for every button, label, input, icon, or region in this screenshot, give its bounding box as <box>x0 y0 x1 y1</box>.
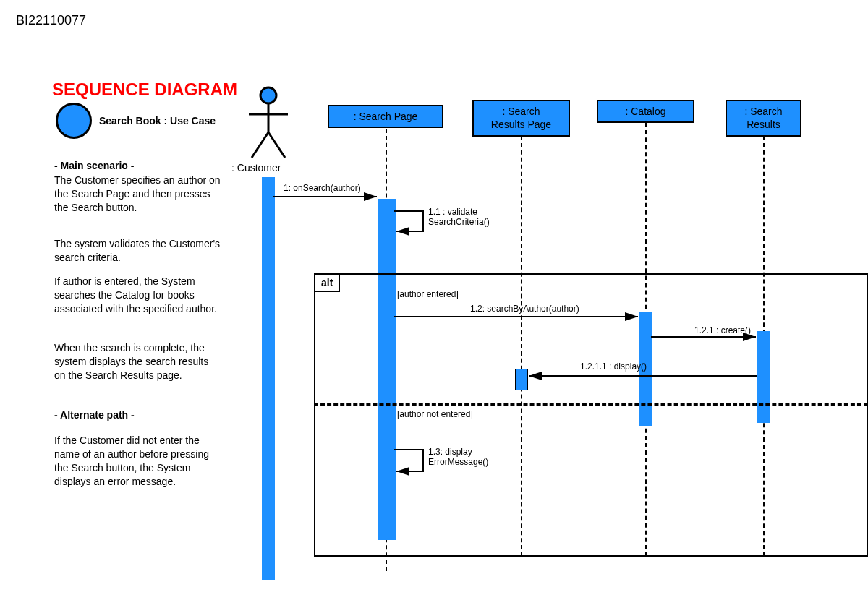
svg-line-4 <box>268 132 285 158</box>
svg-point-0 <box>260 87 276 103</box>
scenario-p1: The Customer specifies an author on the … <box>54 173 221 215</box>
msg-validate: 1.1 : validateSearchCriteria() <box>428 207 490 228</box>
guard-author-entered: [author entered] <box>397 289 459 299</box>
diagram-title: SEQUENCE DIAGRAM <box>52 80 237 100</box>
main-scenario-header: - Main scenario - <box>54 159 221 173</box>
use-case-header: Search Book : Use Case <box>56 103 216 139</box>
msg-create: 1.2.1 : create() <box>694 325 751 335</box>
scenario-p5: If the Customer did not enter the name o… <box>54 434 221 489</box>
page: BI22110077 SEQUENCE DIAGRAM Search Book … <box>0 0 868 613</box>
svg-line-3 <box>252 132 268 158</box>
guard-author-not-entered: [author not entered] <box>397 409 473 419</box>
alternate-path-header: - Alternate path - <box>54 408 221 422</box>
document-id: BI22110077 <box>16 13 86 28</box>
activation-customer <box>262 177 275 580</box>
lifeline-search-results: : SearchResults <box>726 100 801 137</box>
use-case-label: Search Book : Use Case <box>99 115 216 127</box>
alt-divider <box>314 403 868 406</box>
msg-search-by-author: 1.2: searchByAuthor(author) <box>470 304 579 314</box>
actor-label: : Customer <box>231 162 281 173</box>
scenario-p2: The system validates the Customer's sear… <box>54 237 221 265</box>
scenario-p3: If author is entered, the System searche… <box>54 275 221 316</box>
lifeline-catalog: : Catalog <box>597 100 694 123</box>
msg-display-results: 1.2.1.1 : display() <box>580 361 647 372</box>
msg-onsearch: 1: onSearch(author) <box>284 183 361 193</box>
use-case-circle-icon <box>56 103 92 139</box>
lifeline-search-results-page: : SearchResults Page <box>472 100 570 137</box>
msg-display-error: 1.3: displayErrorMessage() <box>428 447 488 468</box>
lifeline-search-page: : Search Page <box>328 105 443 128</box>
alt-tag: alt <box>314 273 340 292</box>
actor-icon <box>243 85 294 161</box>
scenario-p4: When the search is complete, the system … <box>54 341 221 382</box>
